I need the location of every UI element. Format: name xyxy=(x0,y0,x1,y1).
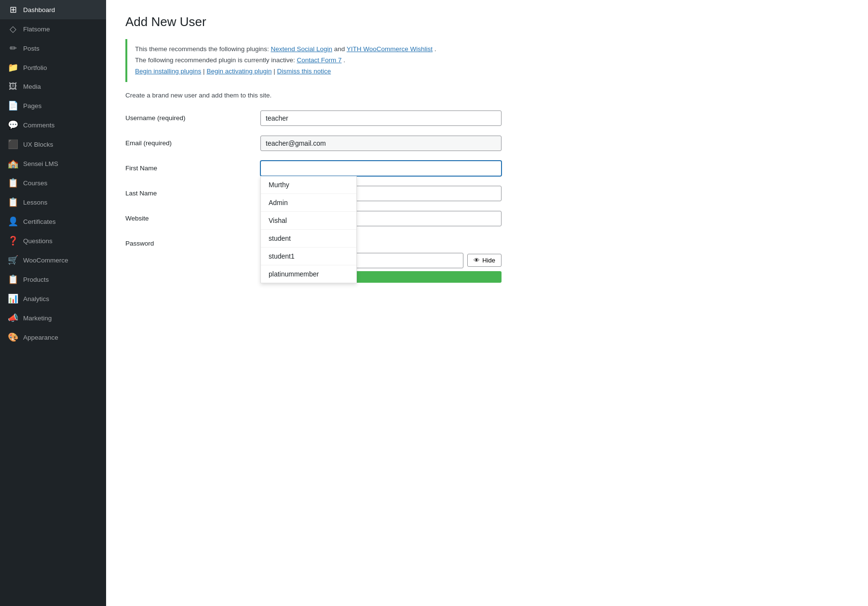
sidebar-label-analytics: Analytics xyxy=(23,295,49,303)
begin-activating-link[interactable]: Begin activating plugin xyxy=(206,68,271,75)
sidebar-item-woocommerce[interactable]: 🛒 WooCommerce xyxy=(0,250,106,270)
page-title: Add New User xyxy=(125,14,849,29)
sidebar-item-courses[interactable]: 📋 Courses xyxy=(0,173,106,193)
sidebar-item-lessons[interactable]: 📋 Lessons xyxy=(0,193,106,212)
dashboard-icon: ⊞ xyxy=(8,4,18,15)
lastname-row: Last Name xyxy=(125,186,849,201)
certificates-icon: 👤 xyxy=(8,216,18,227)
questions-icon: ❓ xyxy=(8,235,18,246)
contact-form-7-link[interactable]: Contact Form 7 xyxy=(297,56,341,64)
notice-line1: This theme recommends the following plug… xyxy=(135,44,841,55)
dismiss-notice-link[interactable]: Dismiss this notice xyxy=(277,68,331,75)
posts-icon: ✏ xyxy=(8,43,18,54)
eye-icon: 👁 xyxy=(474,257,480,264)
sidebar-item-dashboard[interactable]: ⊞ Dashboard xyxy=(0,0,106,19)
form-description: Create a brand new user and add them to … xyxy=(125,92,849,99)
sidebar-label-posts: Posts xyxy=(23,45,40,52)
portfolio-icon: 📁 xyxy=(8,62,18,73)
sensei-icon: 🏫 xyxy=(8,158,18,169)
courses-icon: 📋 xyxy=(8,178,18,188)
sidebar-label-courses: Courses xyxy=(23,179,47,187)
sidebar-item-appearance[interactable]: 🎨 Appearance xyxy=(0,328,106,347)
email-input[interactable] xyxy=(260,136,502,151)
email-label: Email (required) xyxy=(125,136,260,147)
password-label: Password xyxy=(125,236,260,247)
sidebar-label-portfolio: Portfolio xyxy=(23,64,47,71)
content-area: Add New User This theme recommends the f… xyxy=(106,0,868,606)
sidebar-label-dashboard: Dashboard xyxy=(23,6,55,14)
media-icon: 🖼 xyxy=(8,82,18,92)
plugin-notice: This theme recommends the following plug… xyxy=(125,39,849,82)
sidebar-item-media[interactable]: 🖼 Media xyxy=(0,77,106,96)
sidebar-label-pages: Pages xyxy=(23,102,41,110)
ux-blocks-icon: ⬛ xyxy=(8,139,18,150)
notice-line3: Begin installing plugins | Begin activat… xyxy=(135,66,841,77)
sidebar-label-questions: Questions xyxy=(23,237,53,245)
sidebar-label-certificates: Certificates xyxy=(23,218,56,225)
sidebar-label-comments: Comments xyxy=(23,122,54,129)
pages-icon: 📄 xyxy=(8,100,18,111)
sidebar-item-sensei-lms[interactable]: 🏫 Sensei LMS xyxy=(0,154,106,173)
dropdown-item-admin[interactable]: Admin xyxy=(261,194,356,212)
hide-password-button[interactable]: 👁 Hide xyxy=(467,254,502,267)
main-content: Add New User This theme recommends the f… xyxy=(106,0,868,606)
firstname-label: First Name xyxy=(125,161,260,172)
dropdown-item-platinummember[interactable]: platinummember xyxy=(261,265,356,283)
sidebar-label-lessons: Lessons xyxy=(23,199,47,206)
firstname-field-container: Murthy Admin Vishal student student1 pla… xyxy=(260,161,849,176)
sidebar-label-woocommerce: WooCommerce xyxy=(23,257,68,264)
products-icon: 📋 xyxy=(8,274,18,285)
firstname-row: First Name Murthy Admin Vishal student s… xyxy=(125,161,849,176)
sidebar-item-certificates[interactable]: 👤 Certificates xyxy=(0,212,106,231)
dropdown-item-murthy[interactable]: Murthy xyxy=(261,176,356,194)
email-row: Email (required) xyxy=(125,136,849,151)
comments-icon: 💬 xyxy=(8,120,18,130)
add-user-form: Username (required) Email (required) Fir… xyxy=(125,110,849,283)
sidebar-label-marketing: Marketing xyxy=(23,315,52,322)
nextend-social-link[interactable]: Nextend Social Login xyxy=(271,45,332,53)
lessons-icon: 📋 xyxy=(8,197,18,207)
woocommerce-icon: 🛒 xyxy=(8,255,18,265)
website-row: Website xyxy=(125,211,849,226)
sidebar-item-marketing[interactable]: 📣 Marketing xyxy=(0,308,106,328)
sidebar-item-questions[interactable]: ❓ Questions xyxy=(0,231,106,250)
sidebar-item-posts[interactable]: ✏ Posts xyxy=(0,39,106,58)
sidebar-label-products: Products xyxy=(23,276,49,283)
sidebar-item-products[interactable]: 📋 Products xyxy=(0,270,106,289)
lastname-label: Last Name xyxy=(125,186,260,197)
dropdown-item-student1[interactable]: student1 xyxy=(261,248,356,265)
sidebar: ⊞ Dashboard ◇ Flatsome ✏ Posts 📁 Portfol… xyxy=(0,0,106,606)
sidebar-item-portfolio[interactable]: 📁 Portfolio xyxy=(0,58,106,77)
password-row: Password Generate passwo 👁 Hide xyxy=(125,236,849,283)
dropdown-item-vishal[interactable]: Vishal xyxy=(261,212,356,230)
analytics-icon: 📊 xyxy=(8,293,18,304)
username-input[interactable] xyxy=(260,110,502,126)
username-label: Username (required) xyxy=(125,110,260,122)
sidebar-label-sensei-lms: Sensei LMS xyxy=(23,160,58,167)
username-field xyxy=(260,110,849,126)
begin-installing-link[interactable]: Begin installing plugins xyxy=(135,68,201,75)
sidebar-item-analytics[interactable]: 📊 Analytics xyxy=(0,289,106,308)
sidebar-item-pages[interactable]: 📄 Pages xyxy=(0,96,106,115)
username-row: Username (required) xyxy=(125,110,849,126)
sidebar-label-media: Media xyxy=(23,83,41,90)
yith-woocommerce-link[interactable]: YITH WooCommerce Wishlist xyxy=(347,45,433,53)
dropdown-item-student[interactable]: student xyxy=(261,230,356,248)
notice-line2: The following recommended plugin is curr… xyxy=(135,55,841,66)
firstname-input[interactable] xyxy=(260,161,502,176)
sidebar-label-flatsome: Flatsome xyxy=(23,26,50,33)
sidebar-item-ux-blocks[interactable]: ⬛ UX Blocks xyxy=(0,135,106,154)
sidebar-item-flatsome[interactable]: ◇ Flatsome xyxy=(0,19,106,39)
appearance-icon: 🎨 xyxy=(8,332,18,343)
email-field-container xyxy=(260,136,849,151)
sidebar-label-ux-blocks: UX Blocks xyxy=(23,141,53,148)
autocomplete-dropdown: Murthy Admin Vishal student student1 pla… xyxy=(260,176,357,283)
sidebar-label-appearance: Appearance xyxy=(23,334,58,341)
flatsome-icon: ◇ xyxy=(8,24,18,34)
sidebar-item-comments[interactable]: 💬 Comments xyxy=(0,115,106,135)
website-label: Website xyxy=(125,211,260,222)
marketing-icon: 📣 xyxy=(8,313,18,323)
